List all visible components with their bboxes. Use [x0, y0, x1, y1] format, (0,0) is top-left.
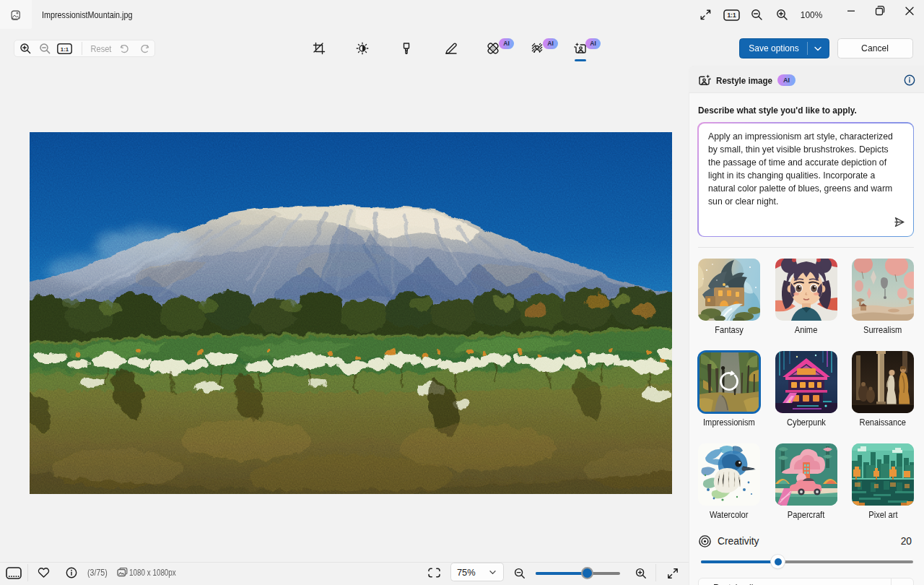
svg-text:1:1: 1:1 — [727, 12, 736, 19]
svg-text:1:1: 1:1 — [61, 46, 69, 53]
